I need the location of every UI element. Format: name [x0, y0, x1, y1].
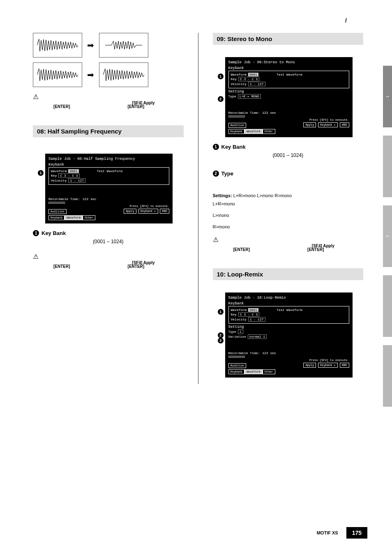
lcd-title: Sample Job - 08:Half Sampling Frequency: [48, 157, 169, 161]
caution-icon: ⚠: [33, 253, 39, 260]
tab-keybank[interactable]: Keybank: [228, 129, 244, 134]
tab-waveform[interactable]: Waveform: [244, 129, 263, 134]
caution-row-2: ⚠: [33, 253, 184, 260]
lcd-setting-label: Setting: [228, 90, 349, 94]
setting-lmono: L>mono: [213, 213, 364, 218]
audition-button[interactable]: Audition: [228, 363, 247, 368]
tab-waveform[interactable]: Waveform: [244, 369, 263, 374]
waveform-before-1: [33, 33, 82, 58]
lcd-screen-08: 1 Sample Job - 08:Half Sampling Frequenc…: [45, 154, 173, 223]
product-name: MOTIF XS: [317, 530, 338, 535]
lcd-keybank-label: Keybank: [228, 302, 349, 306]
keybank-label: Key Bank: [221, 144, 246, 150]
waveform-before-2: [33, 62, 82, 87]
enter-label: [ENTER]: [233, 247, 250, 252]
page-footer: MOTIF XS 175: [0, 527, 392, 539]
enter-labels-1: [ENTER] [ENTER]: [33, 104, 184, 109]
lcd-keybank-box: Waveform 0001 Test Waveform Key C 3 - C …: [228, 71, 349, 88]
tab-other[interactable]: Other: [83, 215, 95, 220]
arrow-icon: ➡: [87, 70, 94, 80]
page-number: 175: [346, 527, 367, 539]
keybank-label: Key Bank: [42, 230, 66, 236]
setting-lrmono: L+R>mono: [213, 201, 364, 206]
param-keybank-head-09: 1 Key Bank: [213, 144, 364, 150]
enter-label: [ENTER]: [307, 247, 324, 252]
lcd-setting-label: Setting: [228, 325, 349, 329]
apply-button[interactable]: Apply: [303, 363, 316, 368]
lcd-keybank-label: Keybank: [48, 163, 169, 167]
apply-button[interactable]: Apply: [124, 209, 136, 214]
kbd-button[interactable]: KBD: [340, 122, 349, 127]
marker-1: 1: [218, 74, 224, 79]
tab-other[interactable]: Other: [263, 129, 275, 134]
marker-2: 2: [218, 332, 224, 338]
enter-labels-3: [ENTER] [ENTER]: [213, 247, 364, 252]
enter-label: [ENTER]: [53, 264, 70, 269]
lcd-title: Sample Job - 09:Stereo to Mono: [228, 60, 349, 64]
lcd-rec-bar: [228, 115, 245, 117]
type-label: Type: [221, 170, 233, 177]
caution-icon: ⚠: [213, 236, 219, 244]
marker-3: 3: [218, 338, 224, 343]
marker-1-icon: 1: [213, 144, 219, 150]
marker-1: 1: [218, 309, 224, 315]
lcd-keybank-box: Waveform 0001 Test Waveform Key C 3 - C …: [228, 306, 349, 324]
kbd-button[interactable]: KBD: [160, 209, 169, 214]
apply-button[interactable]: Apply: [303, 122, 316, 127]
lcd-rec-bar: [48, 202, 65, 204]
waveform-after-1: [99, 33, 148, 58]
lcd-keybank-label: Keybank: [228, 66, 349, 70]
settings-line: Settings: L+R>mono L>mono R>mono: [213, 193, 364, 198]
section-08-header: 08: Half Sampling Frequency: [33, 125, 184, 137]
lcd-screen-09: 1 2 Sample Job - 09:Stereo to Mono Keyba…: [225, 57, 353, 137]
param-keybank-head: 1 Key Bank: [33, 230, 184, 236]
waveform-diagram-1: ➡: [33, 33, 184, 58]
lcd-rec-bar: [228, 356, 245, 358]
caution-icon: ⚠: [33, 93, 39, 101]
param-type-head: 2 Type: [213, 170, 364, 177]
right-column: 09: Stereo to Mono 1 2 Sample Job - 09:S…: [213, 33, 364, 384]
kbd-button[interactable]: KBD: [340, 363, 349, 368]
caution-row-3: ⚠: [213, 236, 364, 244]
enter-label: [ENTER]: [53, 104, 70, 109]
keybank-button[interactable]: Keybank ▸: [318, 363, 338, 368]
tab-waveform[interactable]: Waveform: [65, 215, 83, 220]
marker-1: 1: [38, 170, 44, 176]
keybank-button[interactable]: Keybank ▸: [138, 209, 158, 214]
caution-row-1: ⚠: [33, 93, 184, 101]
enter-labels-2: [ENTER] [ENTER]: [33, 264, 184, 269]
setting-rmono: R>mono: [213, 224, 364, 229]
keybank-range-09: (0001 – 1024): [213, 152, 364, 158]
lcd-keybank-box: Waveform 0001 Test Waveform Key C 3 - C …: [48, 167, 169, 185]
marker-2-icon: 2: [213, 170, 219, 177]
audition-button[interactable]: Audition: [228, 123, 247, 128]
lcd-title: Sample Job - 10:Loop-Remix: [228, 296, 349, 300]
enter-label: [ENTER]: [128, 104, 145, 109]
tab-keybank[interactable]: Keybank: [48, 215, 65, 220]
waveform-diagram-2: ➡: [33, 62, 184, 87]
audition-button[interactable]: Audition: [48, 209, 67, 214]
keybank-range: (0001 – 1024): [33, 239, 184, 244]
keybank-button[interactable]: Keybank ▸: [318, 122, 338, 127]
marker-2: 2: [218, 96, 224, 102]
arrow-icon: ➡: [87, 40, 94, 50]
column-divider: [198, 33, 198, 384]
waveform-after-2: [99, 62, 148, 87]
left-column: ➡ ➡ ⚠ [SF4] Apply [ENTER] [ENTER] 08: Ha…: [33, 33, 184, 384]
section-10-header: 10: Loop-Remix: [213, 268, 364, 280]
lcd-screen-10: 1 2 3 Sample Job - 10:Loop-Remix Keybank…: [225, 292, 353, 378]
enter-label: [ENTER]: [128, 264, 145, 269]
section-09-header: 09: Stereo to Mono: [213, 33, 364, 45]
marker-1-icon: 1: [33, 230, 39, 236]
tab-other[interactable]: Other: [263, 369, 275, 374]
tab-keybank[interactable]: Keybank: [228, 369, 244, 374]
